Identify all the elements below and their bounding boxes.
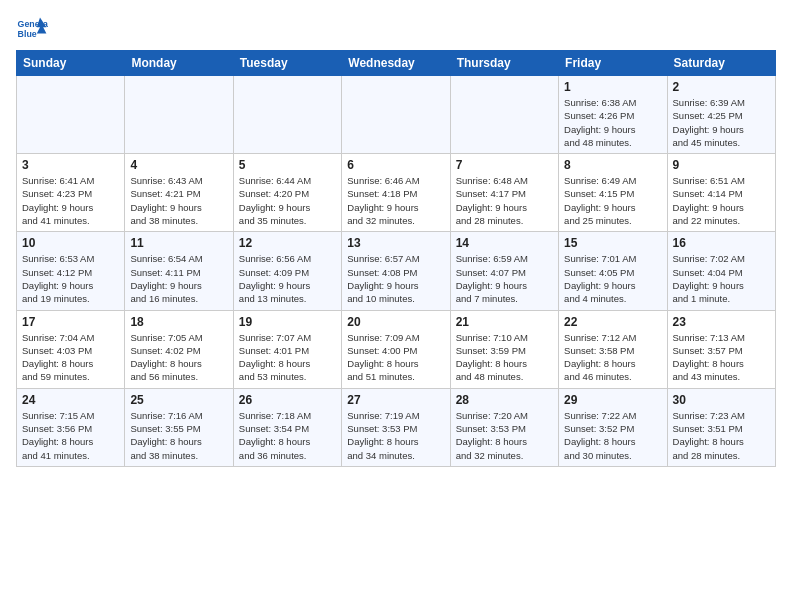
calendar-cell: 19Sunrise: 7:07 AM Sunset: 4:01 PM Dayli… <box>233 310 341 388</box>
calendar-cell: 4Sunrise: 6:43 AM Sunset: 4:21 PM Daylig… <box>125 154 233 232</box>
calendar-cell: 27Sunrise: 7:19 AM Sunset: 3:53 PM Dayli… <box>342 388 450 466</box>
day-number: 5 <box>239 158 336 172</box>
day-info: Sunrise: 7:07 AM Sunset: 4:01 PM Dayligh… <box>239 331 336 384</box>
logo: General Blue <box>16 16 48 44</box>
calendar-cell <box>125 76 233 154</box>
day-number: 14 <box>456 236 553 250</box>
calendar-cell: 28Sunrise: 7:20 AM Sunset: 3:53 PM Dayli… <box>450 388 558 466</box>
calendar-cell <box>17 76 125 154</box>
day-info: Sunrise: 7:23 AM Sunset: 3:51 PM Dayligh… <box>673 409 770 462</box>
day-info: Sunrise: 7:22 AM Sunset: 3:52 PM Dayligh… <box>564 409 661 462</box>
svg-text:Blue: Blue <box>18 29 37 39</box>
calendar-cell: 5Sunrise: 6:44 AM Sunset: 4:20 PM Daylig… <box>233 154 341 232</box>
weekday-header-tuesday: Tuesday <box>233 51 341 76</box>
day-number: 23 <box>673 315 770 329</box>
weekday-header-thursday: Thursday <box>450 51 558 76</box>
day-number: 25 <box>130 393 227 407</box>
header: General Blue <box>16 16 776 44</box>
calendar-week-5: 24Sunrise: 7:15 AM Sunset: 3:56 PM Dayli… <box>17 388 776 466</box>
calendar-week-2: 3Sunrise: 6:41 AM Sunset: 4:23 PM Daylig… <box>17 154 776 232</box>
day-info: Sunrise: 6:59 AM Sunset: 4:07 PM Dayligh… <box>456 252 553 305</box>
day-number: 26 <box>239 393 336 407</box>
day-number: 18 <box>130 315 227 329</box>
calendar-cell: 20Sunrise: 7:09 AM Sunset: 4:00 PM Dayli… <box>342 310 450 388</box>
calendar-cell: 23Sunrise: 7:13 AM Sunset: 3:57 PM Dayli… <box>667 310 775 388</box>
calendar-cell <box>233 76 341 154</box>
day-number: 22 <box>564 315 661 329</box>
day-number: 9 <box>673 158 770 172</box>
day-info: Sunrise: 7:01 AM Sunset: 4:05 PM Dayligh… <box>564 252 661 305</box>
day-info: Sunrise: 6:57 AM Sunset: 4:08 PM Dayligh… <box>347 252 444 305</box>
day-number: 1 <box>564 80 661 94</box>
day-info: Sunrise: 6:49 AM Sunset: 4:15 PM Dayligh… <box>564 174 661 227</box>
day-info: Sunrise: 7:05 AM Sunset: 4:02 PM Dayligh… <box>130 331 227 384</box>
calendar-cell: 22Sunrise: 7:12 AM Sunset: 3:58 PM Dayli… <box>559 310 667 388</box>
calendar-cell: 2Sunrise: 6:39 AM Sunset: 4:25 PM Daylig… <box>667 76 775 154</box>
calendar-header: SundayMondayTuesdayWednesdayThursdayFrid… <box>17 51 776 76</box>
weekday-header-sunday: Sunday <box>17 51 125 76</box>
calendar-cell: 25Sunrise: 7:16 AM Sunset: 3:55 PM Dayli… <box>125 388 233 466</box>
day-number: 11 <box>130 236 227 250</box>
calendar-cell: 17Sunrise: 7:04 AM Sunset: 4:03 PM Dayli… <box>17 310 125 388</box>
calendar-cell: 11Sunrise: 6:54 AM Sunset: 4:11 PM Dayli… <box>125 232 233 310</box>
calendar-cell: 1Sunrise: 6:38 AM Sunset: 4:26 PM Daylig… <box>559 76 667 154</box>
calendar-cell: 18Sunrise: 7:05 AM Sunset: 4:02 PM Dayli… <box>125 310 233 388</box>
day-number: 16 <box>673 236 770 250</box>
day-number: 29 <box>564 393 661 407</box>
calendar-cell: 13Sunrise: 6:57 AM Sunset: 4:08 PM Dayli… <box>342 232 450 310</box>
calendar-week-4: 17Sunrise: 7:04 AM Sunset: 4:03 PM Dayli… <box>17 310 776 388</box>
day-number: 7 <box>456 158 553 172</box>
weekday-header-monday: Monday <box>125 51 233 76</box>
day-info: Sunrise: 7:09 AM Sunset: 4:00 PM Dayligh… <box>347 331 444 384</box>
calendar-cell: 21Sunrise: 7:10 AM Sunset: 3:59 PM Dayli… <box>450 310 558 388</box>
day-info: Sunrise: 6:54 AM Sunset: 4:11 PM Dayligh… <box>130 252 227 305</box>
calendar-cell: 6Sunrise: 6:46 AM Sunset: 4:18 PM Daylig… <box>342 154 450 232</box>
day-info: Sunrise: 6:56 AM Sunset: 4:09 PM Dayligh… <box>239 252 336 305</box>
day-info: Sunrise: 7:20 AM Sunset: 3:53 PM Dayligh… <box>456 409 553 462</box>
calendar-cell <box>450 76 558 154</box>
day-number: 10 <box>22 236 119 250</box>
calendar-cell: 15Sunrise: 7:01 AM Sunset: 4:05 PM Dayli… <box>559 232 667 310</box>
day-number: 19 <box>239 315 336 329</box>
day-number: 30 <box>673 393 770 407</box>
day-number: 27 <box>347 393 444 407</box>
day-number: 20 <box>347 315 444 329</box>
day-info: Sunrise: 6:48 AM Sunset: 4:17 PM Dayligh… <box>456 174 553 227</box>
day-number: 4 <box>130 158 227 172</box>
calendar-cell: 16Sunrise: 7:02 AM Sunset: 4:04 PM Dayli… <box>667 232 775 310</box>
day-number: 28 <box>456 393 553 407</box>
day-number: 21 <box>456 315 553 329</box>
weekday-header-saturday: Saturday <box>667 51 775 76</box>
calendar-cell <box>342 76 450 154</box>
day-info: Sunrise: 7:18 AM Sunset: 3:54 PM Dayligh… <box>239 409 336 462</box>
day-info: Sunrise: 7:16 AM Sunset: 3:55 PM Dayligh… <box>130 409 227 462</box>
day-number: 15 <box>564 236 661 250</box>
calendar-cell: 30Sunrise: 7:23 AM Sunset: 3:51 PM Dayli… <box>667 388 775 466</box>
day-info: Sunrise: 7:10 AM Sunset: 3:59 PM Dayligh… <box>456 331 553 384</box>
calendar-cell: 9Sunrise: 6:51 AM Sunset: 4:14 PM Daylig… <box>667 154 775 232</box>
calendar-body: 1Sunrise: 6:38 AM Sunset: 4:26 PM Daylig… <box>17 76 776 467</box>
calendar-cell: 12Sunrise: 6:56 AM Sunset: 4:09 PM Dayli… <box>233 232 341 310</box>
weekday-header-row: SundayMondayTuesdayWednesdayThursdayFrid… <box>17 51 776 76</box>
day-number: 6 <box>347 158 444 172</box>
calendar-cell: 8Sunrise: 6:49 AM Sunset: 4:15 PM Daylig… <box>559 154 667 232</box>
day-info: Sunrise: 6:38 AM Sunset: 4:26 PM Dayligh… <box>564 96 661 149</box>
day-number: 8 <box>564 158 661 172</box>
day-info: Sunrise: 6:53 AM Sunset: 4:12 PM Dayligh… <box>22 252 119 305</box>
day-info: Sunrise: 6:44 AM Sunset: 4:20 PM Dayligh… <box>239 174 336 227</box>
calendar-cell: 29Sunrise: 7:22 AM Sunset: 3:52 PM Dayli… <box>559 388 667 466</box>
day-number: 24 <box>22 393 119 407</box>
day-info: Sunrise: 7:13 AM Sunset: 3:57 PM Dayligh… <box>673 331 770 384</box>
calendar-cell: 7Sunrise: 6:48 AM Sunset: 4:17 PM Daylig… <box>450 154 558 232</box>
day-info: Sunrise: 7:12 AM Sunset: 3:58 PM Dayligh… <box>564 331 661 384</box>
day-info: Sunrise: 7:19 AM Sunset: 3:53 PM Dayligh… <box>347 409 444 462</box>
day-number: 3 <box>22 158 119 172</box>
page: General Blue SundayMondayTuesdayWednesda… <box>0 0 792 477</box>
calendar-week-3: 10Sunrise: 6:53 AM Sunset: 4:12 PM Dayli… <box>17 232 776 310</box>
calendar-table: SundayMondayTuesdayWednesdayThursdayFrid… <box>16 50 776 467</box>
calendar-cell: 3Sunrise: 6:41 AM Sunset: 4:23 PM Daylig… <box>17 154 125 232</box>
day-number: 12 <box>239 236 336 250</box>
day-info: Sunrise: 7:04 AM Sunset: 4:03 PM Dayligh… <box>22 331 119 384</box>
day-info: Sunrise: 7:15 AM Sunset: 3:56 PM Dayligh… <box>22 409 119 462</box>
calendar-week-1: 1Sunrise: 6:38 AM Sunset: 4:26 PM Daylig… <box>17 76 776 154</box>
